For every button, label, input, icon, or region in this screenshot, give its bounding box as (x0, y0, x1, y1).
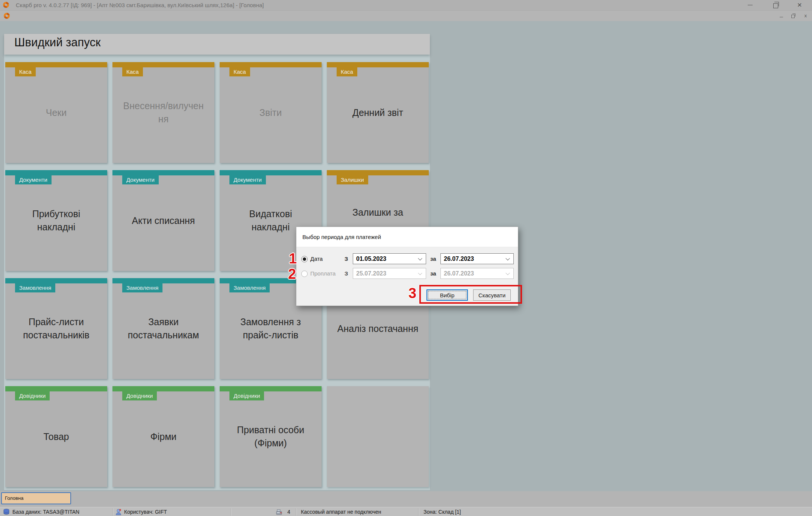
close-button[interactable]: ✕ (790, 0, 809, 10)
quick-launch-tile[interactable]: Замовлення Прайс-листи постачальників (5, 278, 107, 379)
quick-launch-title: Швидкий запуск (14, 36, 101, 49)
tab-row: Головна (0, 491, 812, 507)
chevron-down-icon (418, 271, 422, 275)
tile-category-tag: Документи (122, 175, 159, 184)
chevron-down-icon (505, 256, 510, 260)
minimize-button[interactable] (741, 0, 759, 10)
zone-label: Зона: Склад [1] (423, 507, 461, 516)
payment-to-value: 26.07.2023 (444, 270, 474, 277)
cash-register-status: Кассовый аппарат не подключен (301, 507, 381, 516)
status-separator (418, 508, 419, 516)
tile-label: Фірми (120, 430, 207, 443)
quick-launch-tile[interactable]: Каса Внесення/вилучен ня (112, 62, 214, 163)
title-bar: Скарб pro v. 4.0.2.77 [ІД: 969] - [Апт №… (0, 0, 812, 11)
tile-label: Замовлення з прайс-листів (227, 315, 314, 342)
quick-launch-tile[interactable] (327, 386, 429, 487)
tile-category-bar (327, 62, 429, 67)
payment-to-combobox[interactable]: 26.07.2023 (440, 268, 514, 279)
tile-category-bar (5, 278, 107, 283)
tile-label: Заявки постачальникам (120, 315, 207, 342)
payment-radio-label: Проплата (310, 270, 335, 277)
payment-from-value: 25.07.2023 (356, 270, 386, 277)
menu-items (17, 11, 159, 21)
tile-category-tag: Каса (15, 67, 36, 76)
tile-category-bar (112, 62, 214, 67)
annotation-marker-1: 1 (289, 251, 297, 266)
from-label: З (345, 270, 348, 277)
tile-category-tag: Каса (229, 67, 250, 76)
tile-label: Прайс-листи постачальників (12, 315, 100, 342)
from-label: З (345, 256, 348, 262)
annotation-marker-3: 3 (408, 286, 416, 300)
tile-label: Товар (12, 430, 100, 443)
quick-launch-header: Швидкий запуск (4, 34, 430, 55)
tile-category-tag: Замовлення (122, 283, 162, 292)
annotation-marker-2: 2 (288, 267, 296, 281)
tile-label: Прибуткові накладні (12, 207, 100, 234)
quick-launch-tile[interactable]: Довідники Приватні особи (Фірми) (220, 386, 322, 487)
tile-category-bar (220, 386, 322, 391)
database-icon (3, 508, 10, 515)
tile-category-bar (112, 386, 214, 391)
tile-label: Звіти (227, 106, 314, 119)
app-window: Скарб pro v. 4.0.2.77 [ІД: 969] - [Апт №… (0, 0, 812, 516)
mdi-close-icon[interactable]: x (803, 13, 808, 18)
tile-category-bar (112, 278, 214, 283)
dialog-title: Выбор периода для платежей (296, 227, 518, 247)
date-row: Дата З 01.05.2023 за 26.07.2023 (296, 253, 518, 265)
status-separator (112, 508, 113, 516)
date-to-value: 26.07.2023 (444, 256, 474, 262)
tile-label: Чеки (12, 106, 100, 119)
tile-label: Приватні особи (Фірми) (227, 423, 314, 450)
tile-category-tag: Документи (229, 175, 266, 184)
date-from-value: 01.05.2023 (356, 256, 386, 262)
chevron-down-icon (505, 271, 510, 275)
tile-category-tag: Замовлення (229, 283, 270, 292)
quick-launch-tile[interactable]: Документи Прибуткові накладні (5, 170, 107, 271)
restore-button[interactable] (767, 0, 786, 10)
database-label: База даних: TASA3@TITAN (12, 507, 79, 516)
date-radio-label: Дата (310, 256, 323, 262)
date-to-combobox[interactable]: 26.07.2023 (440, 253, 514, 264)
quick-launch-tile[interactable]: Каса Звіти (220, 62, 322, 163)
tile-label: Залишки за (334, 206, 422, 219)
tab-main[interactable]: Головна (1, 492, 71, 504)
status-bar: База даних: TASA3@TITAN Користувач: GIFT… (0, 507, 812, 516)
status-separator (231, 508, 231, 516)
tile-category-bar (220, 170, 322, 175)
tile-category-bar (220, 62, 322, 67)
tile-category-tag: Довідники (122, 391, 157, 400)
quick-launch-tile[interactable]: Замовлення Заявки постачальникам (112, 278, 214, 379)
mdi-window-controls: x (779, 11, 808, 21)
tile-category-bar (5, 62, 107, 67)
mdi-restore-icon[interactable] (791, 13, 796, 18)
tile-category-tag: Каса (122, 67, 143, 76)
mdi-minimize-icon[interactable] (779, 13, 784, 18)
payment-row: Проплата З 25.07.2023 за 26.07.2023 (296, 268, 518, 279)
cash-register-icon (276, 508, 282, 515)
window-title: Скарб pro v. 4.0.2.77 [ІД: 969] - [Апт №… (16, 0, 264, 10)
status-separator (296, 508, 296, 516)
terminal-count: 4 (287, 507, 290, 516)
quick-launch-tile[interactable]: Каса Чеки (5, 62, 107, 163)
user-label: Користувач: GIFT (124, 507, 167, 516)
to-label: за (430, 270, 436, 277)
annotation-rectangle (419, 285, 522, 304)
tile-label: Денний звіт (334, 106, 422, 119)
to-label: за (430, 256, 436, 262)
quick-launch-tile[interactable]: Документи Акти списання (112, 170, 214, 271)
payment-radio[interactable] (301, 271, 308, 277)
date-radio[interactable] (301, 256, 308, 262)
chevron-down-icon (418, 256, 422, 260)
tile-category-bar (5, 386, 107, 391)
menu-logo-icon (4, 13, 10, 19)
payment-from-combobox[interactable]: 25.07.2023 (353, 268, 426, 279)
tile-category-tag: Залишки (337, 175, 368, 184)
quick-launch-tile[interactable]: Довідники Фірми (112, 386, 214, 487)
quick-launch-tile[interactable]: Довідники Товар (5, 386, 107, 487)
date-from-combobox[interactable]: 01.05.2023 (353, 253, 426, 264)
quick-launch-tile[interactable]: Каса Денний звіт (327, 62, 429, 163)
tile-category-tag: Документи (15, 175, 52, 184)
tile-label: Акти списання (120, 214, 207, 227)
user-icon (115, 508, 122, 515)
